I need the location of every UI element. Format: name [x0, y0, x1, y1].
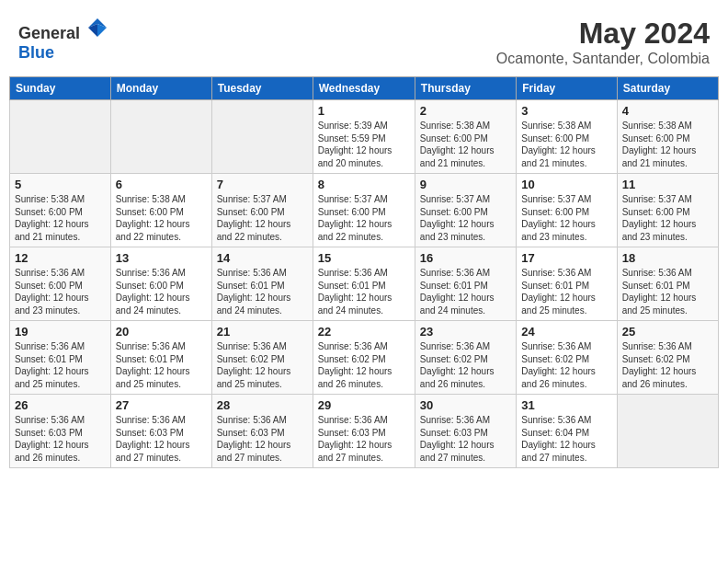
svg-marker-1: [97, 24, 107, 37]
calendar-week-row: 5Sunrise: 5:38 AM Sunset: 6:00 PM Daylig…: [10, 174, 719, 247]
weekday-header-monday: Monday: [110, 77, 211, 100]
day-number: 20: [116, 325, 207, 339]
day-info: Sunrise: 5:37 AM Sunset: 6:00 PM Dayligh…: [217, 193, 308, 243]
day-info: Sunrise: 5:36 AM Sunset: 6:01 PM Dayligh…: [521, 267, 611, 316]
page-header: General Blue May 2024 Ocamonte, Santande…: [9, 9, 719, 71]
weekday-header-saturday: Saturday: [617, 77, 718, 100]
day-number: 26: [15, 398, 106, 412]
calendar-cell: 5Sunrise: 5:38 AM Sunset: 6:00 PM Daylig…: [10, 174, 111, 247]
calendar-cell: 31Sunrise: 5:36 AM Sunset: 6:04 PM Dayli…: [517, 395, 617, 468]
day-number: 1: [318, 104, 410, 118]
day-info: Sunrise: 5:38 AM Sunset: 6:00 PM Dayligh…: [116, 193, 207, 243]
location-subtitle: Ocamonte, Santander, Colombia: [496, 51, 710, 67]
day-number: 21: [217, 325, 308, 339]
day-info: Sunrise: 5:36 AM Sunset: 6:01 PM Dayligh…: [420, 267, 511, 316]
logo-blue: Blue: [18, 43, 54, 62]
day-info: Sunrise: 5:36 AM Sunset: 6:04 PM Dayligh…: [521, 414, 611, 464]
day-info: Sunrise: 5:36 AM Sunset: 6:03 PM Dayligh…: [217, 414, 308, 464]
logo-icon: [86, 17, 108, 39]
day-number: 5: [15, 178, 106, 191]
calendar-cell: 9Sunrise: 5:37 AM Sunset: 6:00 PM Daylig…: [415, 174, 516, 247]
day-number: 24: [521, 325, 611, 339]
calendar-cell: [10, 100, 111, 174]
weekday-header-sunday: Sunday: [10, 77, 111, 100]
calendar-cell: 8Sunrise: 5:37 AM Sunset: 6:00 PM Daylig…: [313, 174, 415, 247]
weekday-header-wednesday: Wednesday: [313, 77, 415, 100]
day-number: 3: [521, 104, 611, 118]
day-number: 31: [521, 398, 611, 412]
calendar-cell: 12Sunrise: 5:36 AM Sunset: 6:00 PM Dayli…: [10, 247, 111, 321]
day-number: 14: [217, 251, 308, 265]
day-number: 30: [420, 398, 511, 412]
calendar-cell: 27Sunrise: 5:36 AM Sunset: 6:03 PM Dayli…: [110, 395, 211, 468]
day-number: 6: [116, 178, 207, 191]
day-number: 13: [116, 251, 207, 265]
day-number: 8: [318, 178, 410, 191]
calendar-cell: 26Sunrise: 5:36 AM Sunset: 6:03 PM Dayli…: [10, 395, 111, 468]
day-info: Sunrise: 5:36 AM Sunset: 6:00 PM Dayligh…: [15, 267, 106, 316]
day-info: Sunrise: 5:36 AM Sunset: 6:03 PM Dayligh…: [116, 414, 207, 464]
day-info: Sunrise: 5:38 AM Sunset: 6:00 PM Dayligh…: [420, 120, 511, 169]
day-number: 11: [622, 178, 713, 191]
day-info: Sunrise: 5:36 AM Sunset: 6:02 PM Dayligh…: [521, 340, 611, 390]
calendar-cell: [617, 395, 718, 468]
calendar-cell: 7Sunrise: 5:37 AM Sunset: 6:00 PM Daylig…: [211, 174, 313, 247]
calendar-cell: 15Sunrise: 5:36 AM Sunset: 6:01 PM Dayli…: [313, 247, 415, 321]
day-info: Sunrise: 5:38 AM Sunset: 6:00 PM Dayligh…: [15, 193, 106, 243]
calendar-week-row: 26Sunrise: 5:36 AM Sunset: 6:03 PM Dayli…: [10, 395, 719, 468]
calendar-cell: [211, 100, 313, 174]
weekday-header-tuesday: Tuesday: [211, 77, 313, 100]
day-number: 17: [521, 251, 611, 265]
calendar-cell: 17Sunrise: 5:36 AM Sunset: 6:01 PM Dayli…: [517, 247, 617, 321]
day-info: Sunrise: 5:37 AM Sunset: 6:00 PM Dayligh…: [420, 193, 511, 243]
day-info: Sunrise: 5:36 AM Sunset: 6:01 PM Dayligh…: [318, 267, 410, 316]
title-block: May 2024 Ocamonte, Santander, Colombia: [496, 17, 710, 67]
calendar-cell: 24Sunrise: 5:36 AM Sunset: 6:02 PM Dayli…: [517, 321, 617, 395]
weekday-header-friday: Friday: [517, 77, 617, 100]
calendar-week-row: 19Sunrise: 5:36 AM Sunset: 6:01 PM Dayli…: [10, 321, 719, 395]
day-number: 7: [217, 178, 308, 191]
calendar-cell: 18Sunrise: 5:36 AM Sunset: 6:01 PM Dayli…: [617, 247, 718, 321]
day-number: 29: [318, 398, 410, 412]
calendar-cell: 22Sunrise: 5:36 AM Sunset: 6:02 PM Dayli…: [313, 321, 415, 395]
day-info: Sunrise: 5:36 AM Sunset: 6:02 PM Dayligh…: [217, 340, 308, 390]
calendar-cell: 13Sunrise: 5:36 AM Sunset: 6:00 PM Dayli…: [110, 247, 211, 321]
day-info: Sunrise: 5:37 AM Sunset: 6:00 PM Dayligh…: [318, 193, 410, 243]
month-year-title: May 2024: [496, 17, 710, 51]
calendar-cell: 3Sunrise: 5:38 AM Sunset: 6:00 PM Daylig…: [517, 100, 617, 174]
day-number: 16: [420, 251, 511, 265]
day-info: Sunrise: 5:36 AM Sunset: 6:01 PM Dayligh…: [622, 267, 713, 316]
calendar-cell: 4Sunrise: 5:38 AM Sunset: 6:00 PM Daylig…: [617, 100, 718, 174]
day-info: Sunrise: 5:36 AM Sunset: 6:01 PM Dayligh…: [116, 340, 207, 390]
day-number: 27: [116, 398, 207, 412]
weekday-header-row: SundayMondayTuesdayWednesdayThursdayFrid…: [10, 77, 719, 100]
day-number: 19: [15, 325, 106, 339]
day-number: 23: [420, 325, 511, 339]
calendar-cell: 21Sunrise: 5:36 AM Sunset: 6:02 PM Dayli…: [211, 321, 313, 395]
logo: General Blue: [18, 17, 108, 63]
svg-marker-2: [88, 24, 97, 37]
day-info: Sunrise: 5:37 AM Sunset: 6:00 PM Dayligh…: [622, 193, 713, 243]
calendar-week-row: 1Sunrise: 5:39 AM Sunset: 5:59 PM Daylig…: [10, 100, 719, 174]
calendar-cell: 10Sunrise: 5:37 AM Sunset: 6:00 PM Dayli…: [517, 174, 617, 247]
day-number: 4: [622, 104, 713, 118]
weekday-header-thursday: Thursday: [415, 77, 516, 100]
calendar-cell: [110, 100, 211, 174]
day-info: Sunrise: 5:38 AM Sunset: 6:00 PM Dayligh…: [521, 120, 611, 169]
day-info: Sunrise: 5:36 AM Sunset: 6:03 PM Dayligh…: [420, 414, 511, 464]
calendar-cell: 19Sunrise: 5:36 AM Sunset: 6:01 PM Dayli…: [10, 321, 111, 395]
calendar-cell: 14Sunrise: 5:36 AM Sunset: 6:01 PM Dayli…: [211, 247, 313, 321]
calendar-cell: 11Sunrise: 5:37 AM Sunset: 6:00 PM Dayli…: [617, 174, 718, 247]
day-info: Sunrise: 5:36 AM Sunset: 6:02 PM Dayligh…: [622, 340, 713, 390]
calendar-cell: 2Sunrise: 5:38 AM Sunset: 6:00 PM Daylig…: [415, 100, 516, 174]
logo-general: General: [18, 24, 80, 42]
day-info: Sunrise: 5:36 AM Sunset: 6:03 PM Dayligh…: [15, 414, 106, 464]
calendar-cell: 28Sunrise: 5:36 AM Sunset: 6:03 PM Dayli…: [211, 395, 313, 468]
day-number: 28: [217, 398, 308, 412]
day-info: Sunrise: 5:36 AM Sunset: 6:03 PM Dayligh…: [318, 414, 410, 464]
day-info: Sunrise: 5:38 AM Sunset: 6:00 PM Dayligh…: [622, 120, 713, 169]
calendar-cell: 25Sunrise: 5:36 AM Sunset: 6:02 PM Dayli…: [617, 321, 718, 395]
calendar-table: SundayMondayTuesdayWednesdayThursdayFrid…: [9, 76, 719, 468]
day-info: Sunrise: 5:36 AM Sunset: 6:01 PM Dayligh…: [15, 340, 106, 390]
day-info: Sunrise: 5:39 AM Sunset: 5:59 PM Dayligh…: [318, 120, 410, 169]
